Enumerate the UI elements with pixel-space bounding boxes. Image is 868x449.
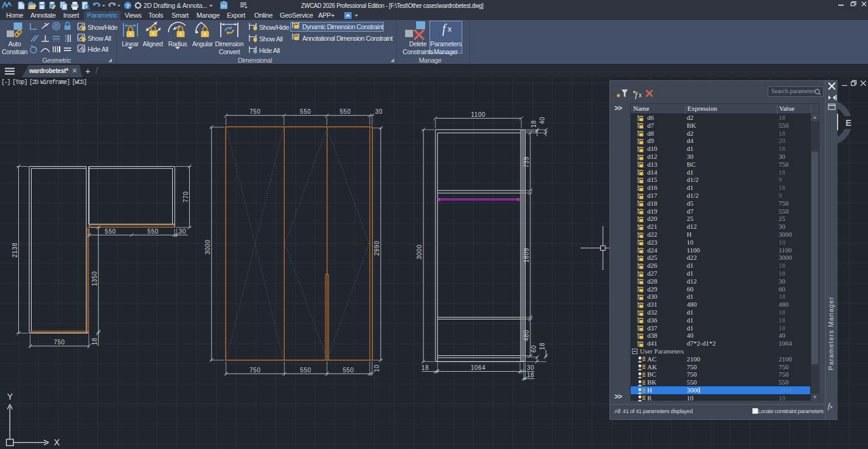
svg-text:550: 550 [300,367,311,374]
svg-text:3000: 3000 [417,245,423,260]
svg-text:550: 550 [339,108,351,115]
svg-text:550: 550 [300,108,311,115]
svg-text:30: 30 [375,108,383,115]
svg-text:1609: 1609 [523,248,530,263]
svg-text:18: 18 [91,338,98,345]
svg-text:Y: Y [7,392,13,402]
svg-text:f: f [442,22,447,36]
svg-text:30: 30 [179,228,186,235]
svg-text:480: 480 [523,330,530,341]
svg-text:3000: 3000 [204,240,211,255]
svg-text:550: 550 [105,228,116,235]
svg-text:30: 30 [527,364,534,371]
svg-text:1100: 1100 [471,111,485,118]
svg-text:550: 550 [147,228,159,235]
svg-text:770: 770 [182,191,189,203]
svg-text:750: 750 [249,367,261,374]
svg-text:1064: 1064 [471,364,486,371]
svg-text:18: 18 [422,364,429,371]
svg-text:18: 18 [539,343,546,350]
svg-text:750: 750 [249,108,261,115]
svg-text:1350: 1350 [91,271,98,287]
svg-text:x: x [639,92,642,99]
svg-text:750: 750 [54,339,65,346]
svg-text:10: 10 [373,364,380,372]
svg-text:550: 550 [342,367,354,374]
svg-text:40: 40 [539,117,546,124]
svg-text:2990: 2990 [373,241,380,256]
svg-text:2138: 2138 [12,243,18,258]
svg-text:18: 18 [527,372,534,378]
svg-text:?: ? [126,3,130,9]
svg-text:60: 60 [530,345,537,352]
svg-text:739: 739 [523,156,530,168]
svg-text:X: X [54,437,60,447]
svg-text:E: E [845,118,852,128]
svg-text:x: x [448,24,452,33]
svg-text:18: 18 [530,120,537,127]
